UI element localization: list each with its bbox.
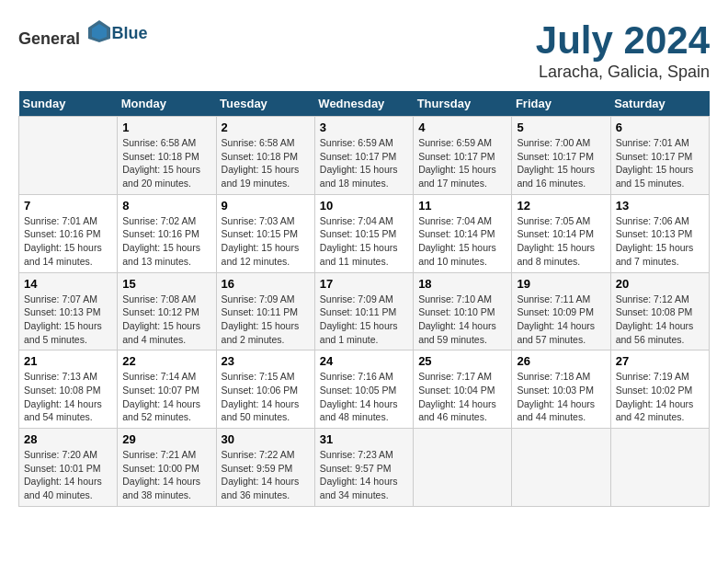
logo-blue: Blue	[112, 24, 148, 42]
day-info: Sunrise: 7:08 AMSunset: 10:12 PMDaylight…	[122, 293, 210, 347]
day-header-thursday: Thursday	[414, 91, 512, 117]
day-info: Sunrise: 7:18 AMSunset: 10:03 PMDaylight…	[517, 370, 605, 424]
day-number: 1	[122, 121, 210, 134]
day-info: Sunrise: 7:07 AMSunset: 10:13 PMDaylight…	[24, 293, 112, 347]
day-number: 15	[122, 277, 210, 291]
day-info: Sunrise: 7:15 AMSunset: 10:06 PMDaylight…	[222, 370, 310, 424]
calendar-cell: 25Sunrise: 7:17 AMSunset: 10:04 PMDaylig…	[414, 350, 512, 429]
calendar-cell: 17Sunrise: 7:09 AMSunset: 10:11 PMDaylig…	[314, 272, 413, 350]
day-number: 11	[418, 199, 506, 213]
calendar-cell	[610, 429, 709, 507]
day-info: Sunrise: 7:03 AMSunset: 10:15 PMDaylight…	[222, 214, 310, 269]
day-info: Sunrise: 7:04 AMSunset: 10:14 PMDaylight…	[418, 214, 506, 269]
day-info: Sunrise: 7:01 AMSunset: 10:17 PMDaylight…	[616, 136, 704, 190]
day-info: Sunrise: 7:09 AMSunset: 10:11 PMDaylight…	[320, 293, 408, 347]
calendar-cell: 9Sunrise: 7:03 AMSunset: 10:15 PMDayligh…	[216, 194, 314, 272]
day-info: Sunrise: 6:58 AMSunset: 10:18 PMDaylight…	[122, 136, 210, 190]
calendar-cell: 16Sunrise: 7:09 AMSunset: 10:11 PMDaylig…	[216, 272, 314, 350]
calendar-cell: 7Sunrise: 7:01 AMSunset: 10:16 PMDayligh…	[19, 194, 118, 272]
day-number: 10	[320, 199, 408, 213]
day-number: 17	[320, 277, 408, 291]
day-info: Sunrise: 7:17 AMSunset: 10:04 PMDaylight…	[418, 370, 506, 424]
day-info: Sunrise: 7:21 AMSunset: 10:00 PMDaylight…	[122, 448, 210, 502]
day-number: 7	[24, 199, 112, 213]
calendar-cell: 27Sunrise: 7:19 AMSunset: 10:02 PMDaylig…	[610, 350, 709, 429]
calendar-cell: 19Sunrise: 7:11 AMSunset: 10:09 PMDaylig…	[512, 272, 610, 350]
day-number: 27	[616, 354, 704, 368]
calendar-cell: 10Sunrise: 7:04 AMSunset: 10:15 PMDaylig…	[314, 194, 413, 272]
calendar-cell: 12Sunrise: 7:05 AMSunset: 10:14 PMDaylig…	[512, 194, 610, 272]
header: General Blue July 2024 Laracha, Galicia,…	[18, 18, 710, 82]
day-number: 18	[418, 277, 506, 291]
day-number: 24	[320, 354, 408, 368]
week-row-3: 14Sunrise: 7:07 AMSunset: 10:13 PMDaylig…	[19, 272, 710, 350]
day-info: Sunrise: 7:00 AMSunset: 10:17 PMDaylight…	[517, 136, 605, 190]
calendar-cell: 6Sunrise: 7:01 AMSunset: 10:17 PMDayligh…	[610, 117, 709, 195]
day-number: 13	[616, 199, 704, 213]
day-info: Sunrise: 6:58 AMSunset: 10:18 PMDaylight…	[222, 136, 310, 190]
calendar-cell: 2Sunrise: 6:58 AMSunset: 10:18 PMDayligh…	[216, 117, 314, 195]
day-info: Sunrise: 7:11 AMSunset: 10:09 PMDaylight…	[517, 293, 605, 347]
calendar-cell: 30Sunrise: 7:22 AMSunset: 9:59 PMDayligh…	[216, 429, 314, 507]
day-number: 8	[122, 199, 210, 213]
day-info: Sunrise: 7:20 AMSunset: 10:01 PMDaylight…	[24, 448, 112, 502]
day-info: Sunrise: 7:04 AMSunset: 10:15 PMDaylight…	[320, 214, 408, 269]
day-number: 28	[24, 432, 112, 446]
logo: General Blue	[18, 18, 148, 49]
day-info: Sunrise: 7:23 AMSunset: 9:57 PMDaylight:…	[320, 448, 408, 502]
day-info: Sunrise: 7:05 AMSunset: 10:14 PMDaylight…	[517, 214, 605, 269]
calendar-cell: 11Sunrise: 7:04 AMSunset: 10:14 PMDaylig…	[414, 194, 512, 272]
day-number: 12	[517, 199, 605, 213]
day-info: Sunrise: 7:22 AMSunset: 9:59 PMDaylight:…	[222, 448, 310, 502]
day-number: 25	[418, 354, 506, 368]
calendar-cell: 8Sunrise: 7:02 AMSunset: 10:16 PMDayligh…	[118, 194, 216, 272]
calendar-cell: 20Sunrise: 7:12 AMSunset: 10:08 PMDaylig…	[610, 272, 709, 350]
calendar-cell: 24Sunrise: 7:16 AMSunset: 10:05 PMDaylig…	[314, 350, 413, 429]
day-header-friday: Friday	[512, 91, 610, 117]
day-number: 19	[517, 277, 605, 291]
day-info: Sunrise: 7:14 AMSunset: 10:07 PMDaylight…	[122, 370, 210, 424]
day-header-sunday: Sunday	[19, 91, 118, 117]
day-number: 31	[320, 432, 408, 446]
day-number: 6	[616, 121, 704, 134]
day-number: 26	[517, 354, 605, 368]
logo-general: General	[18, 29, 80, 48]
day-number: 5	[517, 121, 605, 134]
calendar-cell	[512, 429, 610, 507]
calendar-cell: 1Sunrise: 6:58 AMSunset: 10:18 PMDayligh…	[118, 117, 216, 195]
day-info: Sunrise: 7:09 AMSunset: 10:11 PMDaylight…	[222, 293, 310, 347]
day-info: Sunrise: 7:10 AMSunset: 10:10 PMDaylight…	[418, 293, 506, 347]
day-number: 2	[222, 121, 310, 134]
logo-icon	[86, 18, 112, 44]
calendar-cell: 22Sunrise: 7:14 AMSunset: 10:07 PMDaylig…	[118, 350, 216, 429]
day-number: 21	[24, 354, 112, 368]
day-info: Sunrise: 7:19 AMSunset: 10:02 PMDaylight…	[616, 370, 704, 424]
day-info: Sunrise: 6:59 AMSunset: 10:17 PMDaylight…	[320, 136, 408, 190]
day-info: Sunrise: 6:59 AMSunset: 10:17 PMDaylight…	[418, 136, 506, 190]
title-area: July 2024 Laracha, Galicia, Spain	[536, 18, 710, 82]
calendar-cell: 14Sunrise: 7:07 AMSunset: 10:13 PMDaylig…	[19, 272, 118, 350]
calendar-cell: 4Sunrise: 6:59 AMSunset: 10:17 PMDayligh…	[414, 117, 512, 195]
day-header-saturday: Saturday	[610, 91, 709, 117]
calendar-cell: 23Sunrise: 7:15 AMSunset: 10:06 PMDaylig…	[216, 350, 314, 429]
calendar-cell: 18Sunrise: 7:10 AMSunset: 10:10 PMDaylig…	[414, 272, 512, 350]
day-number: 22	[122, 354, 210, 368]
week-row-2: 7Sunrise: 7:01 AMSunset: 10:16 PMDayligh…	[19, 194, 710, 272]
day-info: Sunrise: 7:12 AMSunset: 10:08 PMDaylight…	[616, 293, 704, 347]
main-title: July 2024	[536, 18, 710, 63]
calendar-cell: 26Sunrise: 7:18 AMSunset: 10:03 PMDaylig…	[512, 350, 610, 429]
week-row-4: 21Sunrise: 7:13 AMSunset: 10:08 PMDaylig…	[19, 350, 710, 429]
calendar-table: SundayMondayTuesdayWednesdayThursdayFrid…	[18, 91, 710, 507]
calendar-cell: 15Sunrise: 7:08 AMSunset: 10:12 PMDaylig…	[118, 272, 216, 350]
subtitle: Laracha, Galicia, Spain	[536, 63, 710, 82]
calendar-cell: 3Sunrise: 6:59 AMSunset: 10:17 PMDayligh…	[314, 117, 413, 195]
day-header-tuesday: Tuesday	[216, 91, 314, 117]
calendar-cell: 5Sunrise: 7:00 AMSunset: 10:17 PMDayligh…	[512, 117, 610, 195]
day-info: Sunrise: 7:16 AMSunset: 10:05 PMDaylight…	[320, 370, 408, 424]
day-info: Sunrise: 7:06 AMSunset: 10:13 PMDaylight…	[616, 214, 704, 269]
day-number: 4	[418, 121, 506, 134]
week-row-5: 28Sunrise: 7:20 AMSunset: 10:01 PMDaylig…	[19, 429, 710, 507]
calendar-cell	[414, 429, 512, 507]
day-number: 29	[122, 432, 210, 446]
day-number: 20	[616, 277, 704, 291]
